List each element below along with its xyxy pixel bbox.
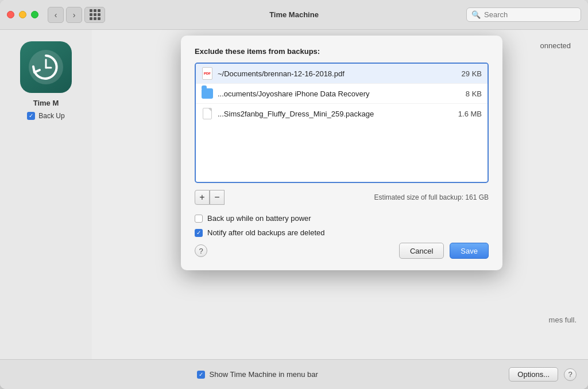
help-button[interactable]: ?	[195, 244, 207, 257]
main-content: Time M ✓ Back Up onnected Exclude these …	[0, 30, 588, 359]
file-row-package[interactable]: ...Sims2fanbg_Fluffy_Dress_Mini_259.pack…	[196, 104, 488, 123]
backup-checkbox-row[interactable]: ✓ Back Up	[21, 112, 70, 120]
add-remove-row: + − Estimated size of full backup: 161 G…	[195, 190, 489, 205]
search-bar[interactable]: 🔍	[466, 7, 581, 22]
checkmark-icon: ✓	[29, 113, 33, 119]
file-size-package: 1.6 MB	[450, 110, 482, 118]
traffic-lights	[7, 11, 38, 18]
battery-label: Back up while on battery power	[207, 214, 311, 223]
folder-file-icon	[202, 87, 213, 100]
package-file-icon	[202, 107, 213, 120]
estimated-size-label: Estimated size of full backup: 161 GB	[374, 193, 489, 201]
bottom-help-button[interactable]: ?	[564, 368, 577, 381]
sidebar: Time M ✓ Back Up	[0, 30, 92, 359]
file-row-pdf[interactable]: PDF ~/Documents/brennan-12-16-2018.pdf 2…	[196, 64, 488, 84]
show-menu-bar-label: Show Time Machine in menu bar	[210, 370, 318, 379]
notify-checkbox[interactable]: ✓	[195, 229, 203, 237]
maximize-button[interactable]	[31, 11, 38, 18]
folder-icon	[202, 88, 213, 99]
time-machine-icon	[20, 41, 72, 93]
window-title: Time Machine	[269, 10, 319, 19]
sidebar-app-name: Time M	[33, 99, 59, 107]
generic-icon	[203, 108, 212, 119]
grid-view-button[interactable]	[84, 7, 105, 23]
notify-checkmark: ✓	[196, 229, 201, 236]
right-content: onnected Exclude these items from backup…	[92, 30, 588, 359]
file-list[interactable]: PDF ~/Documents/brennan-12-16-2018.pdf 2…	[195, 63, 489, 183]
file-name-package: ...Sims2fanbg_Fluffy_Dress_Mini_259.pack…	[218, 110, 446, 118]
back-button[interactable]: ‹	[48, 7, 64, 23]
main-window: ‹ › Time Machine 🔍	[0, 0, 588, 389]
options-modal: Exclude these items from backups: PDF ~/…	[181, 36, 502, 270]
modal-heading: Exclude these items from backups:	[195, 47, 489, 56]
titlebar: ‹ › Time Machine 🔍	[0, 0, 588, 30]
cancel-button[interactable]: Cancel	[399, 243, 444, 259]
search-icon: 🔍	[471, 10, 481, 19]
bottom-bar: ✓ Show Time Machine in menu bar Options.…	[0, 359, 588, 389]
pdf-icon: PDF	[202, 67, 212, 80]
dialog-buttons-row: ? Cancel Save	[195, 243, 489, 259]
file-name-pdf: ~/Documents/brennan-12-16-2018.pdf	[218, 69, 446, 78]
file-row-folder[interactable]: ...ocuments/Joyoshare iPhone Data Recove…	[196, 84, 488, 104]
minimize-button[interactable]	[19, 11, 26, 18]
file-size-folder: 8 KB	[450, 90, 482, 98]
grid-icon	[90, 9, 100, 20]
battery-option-row[interactable]: Back up while on battery power	[195, 214, 489, 223]
battery-checkbox[interactable]	[195, 215, 203, 223]
nav-buttons: ‹ ›	[48, 7, 82, 23]
tm-svg	[26, 47, 66, 87]
add-button[interactable]: +	[195, 190, 210, 205]
remove-button[interactable]: −	[210, 190, 225, 205]
options-button[interactable]: Options...	[509, 367, 558, 382]
modal-overlay: Exclude these items from backups: PDF ~/…	[92, 30, 588, 359]
show-menu-bar-checkbox[interactable]: ✓	[197, 371, 205, 379]
file-size-pdf: 29 KB	[450, 69, 482, 78]
forward-button[interactable]: ›	[66, 7, 82, 23]
notify-label: Notify after old backups are deleted	[207, 228, 325, 237]
notify-option-row[interactable]: ✓ Notify after old backups are deleted	[195, 228, 489, 237]
backup-label: Back Up	[38, 112, 64, 120]
pdf-file-icon: PDF	[202, 67, 213, 80]
backup-checkbox[interactable]: ✓	[27, 112, 35, 120]
menu-bar-checkmark: ✓	[199, 371, 203, 378]
search-input[interactable]	[484, 10, 576, 19]
save-button[interactable]: Save	[450, 243, 489, 259]
file-name-folder: ...ocuments/Joyoshare iPhone Data Recove…	[218, 90, 446, 98]
show-menu-bar-row[interactable]: ✓ Show Time Machine in menu bar	[11, 370, 503, 379]
close-button[interactable]	[7, 11, 14, 18]
